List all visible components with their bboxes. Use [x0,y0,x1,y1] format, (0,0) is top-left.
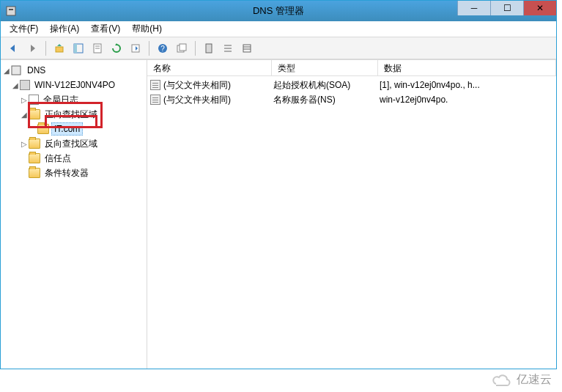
list-button[interactable] [220,40,236,56]
svg-rect-25 [12,66,21,75]
tree-panel[interactable]: ◢ DNS ◢ WIN-V12EJ0NV4PO ▷ 全局日志 ◢ 正向查找区域 [1,60,147,369]
refresh-button[interactable] [108,40,125,56]
tree-label-selected: IT.com [51,122,83,136]
svg-marker-5 [57,44,62,46]
list-panel: 名称 类型 数据 (与父文件夹相同) 起始授权机构(SOA) [1], win-… [147,60,556,369]
server-icon [20,80,30,90]
list-body[interactable]: (与父文件夹相同) 起始授权机构(SOA) [1], win-v12ej0nv4… [147,76,556,369]
collapse-icon[interactable]: ◢ [11,81,20,89]
folder-icon [29,168,40,178]
tree-root-dns[interactable]: ◢ DNS [2,63,145,78]
expand-icon[interactable]: ▷ [20,140,29,148]
content-area: ◢ DNS ◢ WIN-V12EJ0NV4PO ▷ 全局日志 ◢ 正向查找区域 [1,59,556,369]
tree-forward-zone[interactable]: ◢ 正向查找区域 [2,107,145,122]
tree-label: 信任点 [42,152,73,166]
help-button[interactable]: ? [155,40,171,56]
svg-rect-7 [74,44,77,53]
new-window-button[interactable] [174,40,190,56]
up-button[interactable] [51,40,67,56]
record-row[interactable]: (与父文件夹相同) 起始授权机构(SOA) [1], win-v12ej0nv4… [147,78,556,92]
watermark-text: 亿速云 [517,372,552,388]
tree-label: 全局日志 [41,93,81,107]
folder-icon [29,138,40,149]
details-button[interactable] [239,40,255,56]
toolbar-separator [149,41,149,56]
titlebar: DNS 管理器 ─ ☐ ✕ [1,1,556,21]
dns-app-icon [5,5,17,17]
svg-rect-17 [180,44,186,51]
maximize-button[interactable]: ☐ [490,1,523,15]
svg-rect-1 [9,9,13,10]
record-name: (与父文件夹相同) [163,79,231,92]
log-icon [29,95,39,105]
record-data: win-v12ej0nv4po. [380,95,556,105]
toolbar: ? [1,37,556,59]
svg-marker-3 [31,45,35,52]
show-hide-tree-button[interactable] [70,40,86,56]
tree-label: 条件转发器 [42,166,91,180]
expand-icon[interactable]: ▷ [20,96,29,104]
svg-rect-18 [206,44,212,53]
folder-icon [29,153,40,163]
svg-rect-4 [56,47,63,52]
watermark: 亿速云 [490,372,552,388]
close-button[interactable]: ✕ [523,1,556,15]
record-type: 名称服务器(NS) [273,94,380,106]
tree-label: 正向查找区域 [42,108,100,122]
record-data: [1], win-v12ej0nv4po., h... [380,80,556,90]
back-button[interactable] [5,40,21,56]
record-name: (与父文件夹相同) [163,94,231,106]
tree-trust-points[interactable]: 信任点 [2,151,145,166]
toolbar-separator [195,41,196,56]
filter-button[interactable] [201,40,217,56]
record-icon [150,80,160,90]
list-header: 名称 类型 数据 [147,60,556,76]
tree-global-log[interactable]: ▷ 全局日志 [2,92,145,107]
menu-view[interactable]: 查看(V) [86,21,127,37]
dns-root-icon [11,65,23,75]
properties-button[interactable] [89,40,106,56]
tree-zone-itcom[interactable]: IT.com [2,122,145,136]
minimize-button[interactable]: ─ [457,1,490,15]
forward-button[interactable] [24,40,40,56]
window-controls: ─ ☐ ✕ [457,1,556,15]
toolbar-separator [45,41,46,56]
zone-folder-icon [37,124,49,134]
collapse-icon[interactable]: ◢ [2,67,11,75]
tree-label: 反向查找区域 [42,137,100,151]
menubar: 文件(F) 操作(A) 查看(V) 帮助(H) [1,21,556,37]
svg-rect-0 [7,7,15,15]
tree-conditional-forwarders[interactable]: 条件转发器 [2,166,145,180]
svg-marker-2 [10,45,15,52]
record-icon [150,95,160,105]
record-row[interactable]: (与父文件夹相同) 名称服务器(NS) win-v12ej0nv4po. [147,92,556,107]
column-type[interactable]: 类型 [272,60,378,75]
tree-server[interactable]: ◢ WIN-V12EJ0NV4PO [2,78,145,92]
menu-help[interactable]: 帮助(H) [127,21,169,37]
column-data[interactable]: 数据 [378,60,556,75]
svg-rect-22 [243,45,251,52]
window: DNS 管理器 ─ ☐ ✕ 文件(F) 操作(A) 查看(V) 帮助(H) ? [0,0,557,369]
tree-label: DNS [25,64,48,76]
folder-icon [29,109,40,119]
menu-action[interactable]: 操作(A) [45,21,86,37]
svg-text:?: ? [160,45,165,53]
tree-label: WIN-V12EJ0NV4PO [32,79,117,91]
record-type: 起始授权机构(SOA) [273,79,380,92]
column-name[interactable]: 名称 [147,60,272,75]
collapse-icon[interactable]: ◢ [20,111,29,119]
tree-reverse-zone[interactable]: ▷ 反向查找区域 [2,136,145,151]
menu-file[interactable]: 文件(F) [5,21,45,37]
export-button[interactable] [127,40,144,56]
